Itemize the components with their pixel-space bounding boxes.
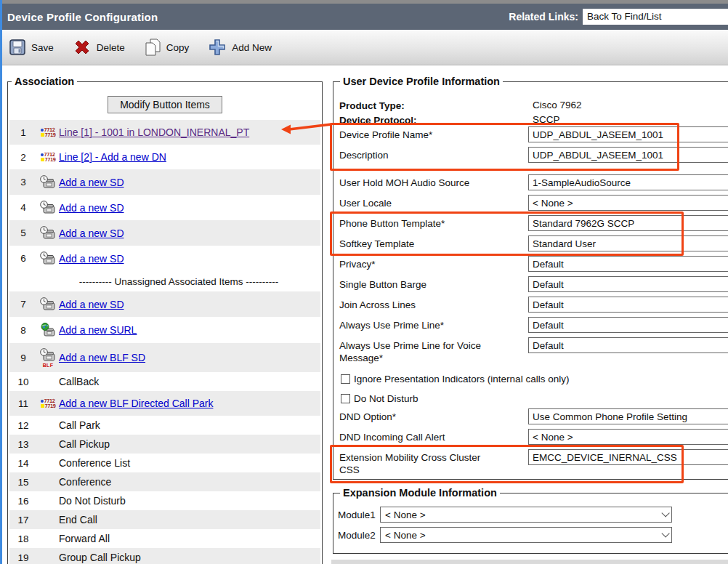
- profile-field-row: Product Type: Cisco 7962 Cisco 7962: [338, 97, 728, 112]
- add-new-label: Add New: [232, 42, 272, 53]
- field-label: Description: [339, 150, 389, 161]
- expansion-module-legend: Expansion Module Information: [340, 487, 500, 499]
- delete-icon: [73, 38, 92, 57]
- module-label: Module2: [338, 530, 380, 541]
- association-item[interactable]: Line [1] - 1001 in LONDON_INERNAL_PT: [59, 126, 249, 138]
- field-input[interactable]: EMCC_DEVICE_INERNAL_CSS: [528, 449, 728, 465]
- speed-dial-icon: [40, 201, 56, 215]
- association-item[interactable]: Line [2] - Add a new DN: [59, 151, 166, 163]
- association-row: 13 7712 7719: [9, 435, 320, 454]
- association-row: 16 7712 7719: [9, 491, 320, 510]
- profile-field-row: DND Option* Use Common Phone Profile Set…: [338, 408, 728, 429]
- row-number: 5: [9, 220, 37, 246]
- speed-dial-icon: [40, 348, 56, 363]
- association-item: Call Pickup: [59, 438, 110, 450]
- speed-dial-icon: [40, 297, 56, 312]
- association-item: CallBack: [59, 376, 99, 387]
- expansion-module-panel: Expansion Module Information Module1 < N…: [333, 487, 728, 554]
- module-select[interactable]: < None >: [380, 507, 672, 523]
- row-number: 8: [9, 317, 37, 343]
- profile-field-row: Phone Button Template* Standard 7962G SC…: [338, 215, 728, 235]
- profile-field-row: Extension Mobility Cross Cluster CSS EMC…: [338, 449, 728, 481]
- user-device-profile-panel: User Device Profile Information Product …: [333, 76, 728, 480]
- field-input[interactable]: Default: [528, 276, 728, 292]
- row-number: 1: [9, 120, 37, 145]
- profile-field-row: Ignore Presentation Indicators (internal…: [338, 369, 728, 389]
- module-value: < None >: [385, 530, 661, 541]
- speed-dial-icon: [40, 226, 56, 241]
- save-button[interactable]: Save: [9, 39, 54, 56]
- association-row: 4 7712 7719: [9, 195, 320, 220]
- module-row: Module2 < None >: [338, 525, 728, 545]
- field-input[interactable]: Use Common Phone Profile Setting: [528, 408, 728, 424]
- row-number: 10: [9, 372, 37, 391]
- field-label: Join Across Lines: [339, 299, 416, 310]
- association-row: 10 7712 7719: [9, 372, 320, 391]
- surl-icon: [40, 323, 56, 337]
- profile-fields: Product Type: Cisco 7962 Cisco 7962 Devi…: [338, 97, 728, 481]
- association-row: 5 7712 7719: [9, 220, 320, 246]
- association-item[interactable]: Add a new SD: [59, 253, 124, 265]
- module-label: Module1: [338, 509, 380, 520]
- field-input[interactable]: Default: [528, 297, 728, 313]
- checkbox[interactable]: [341, 394, 350, 403]
- association-rows: 1 7712 7719: [9, 120, 320, 564]
- module-select[interactable]: < None >: [380, 527, 672, 543]
- field-input[interactable]: Default: [528, 256, 728, 272]
- field-input[interactable]: < None >: [528, 429, 728, 445]
- association-item[interactable]: Add a new SD: [59, 299, 124, 310]
- association-row: 15 7712 7719: [9, 472, 320, 491]
- related-links: Related Links: Back To Find/List: [509, 9, 728, 25]
- module-value: < None >: [385, 509, 661, 520]
- modify-button-items-button[interactable]: Modify Button Items: [108, 96, 222, 113]
- association-item[interactable]: Add a new BLF Directed Call Park: [59, 398, 213, 409]
- checkbox[interactable]: [341, 374, 350, 384]
- field-label: Do Not Disturb: [354, 393, 418, 404]
- field-label: Privacy*: [339, 259, 376, 270]
- field-input[interactable]: Standard 7962G SCCP: [528, 215, 728, 231]
- association-item[interactable]: ---------- Unassigned Associated Items -…: [79, 276, 279, 287]
- field-input[interactable]: UDP_ABDUL_JASEEM_1001: [528, 147, 728, 163]
- association-item[interactable]: Add a new SURL: [59, 324, 137, 336]
- field-input[interactable]: < None >: [528, 195, 728, 211]
- association-item: Forward All: [59, 533, 110, 544]
- association-row: 7 7712 7719: [9, 291, 320, 317]
- user-device-profile-legend: User Device Profile Information: [340, 76, 503, 87]
- field-label: Device Profile Name*: [339, 129, 432, 140]
- page-title: Device Profile Configuration: [7, 11, 158, 23]
- related-links-label: Related Links:: [509, 11, 578, 23]
- delete-button[interactable]: Delete: [73, 38, 125, 57]
- association-item: Group Call Pickup: [59, 552, 141, 563]
- related-links-select[interactable]: Back To Find/List: [583, 9, 728, 25]
- association-row: 18 7712 7719: [9, 529, 320, 548]
- row-number: 15: [9, 472, 37, 491]
- profile-field-row: DND Incoming Call Alert < None > < None …: [338, 429, 728, 449]
- related-links-value: Back To Find/List: [587, 11, 662, 22]
- line-icon: 7712 7719: [41, 399, 56, 408]
- row-number: 4: [9, 195, 37, 220]
- copy-button[interactable]: Copy: [144, 38, 190, 57]
- row-number: 2: [9, 145, 37, 169]
- profile-field-row: Privacy* Default Default: [338, 256, 728, 276]
- field-input[interactable]: Default: [528, 337, 728, 353]
- field-value: SCCP: [528, 112, 728, 125]
- row-number: 19: [9, 548, 37, 564]
- add-new-button[interactable]: Add New: [208, 38, 272, 57]
- association-item[interactable]: Add a new SD: [59, 202, 124, 214]
- field-input[interactable]: UDP_ABDUL_JASEEM_1001: [528, 126, 728, 142]
- association-item[interactable]: Add a new BLF SD: [59, 352, 145, 363]
- line-icon: 7712 7719: [41, 128, 56, 137]
- association-item[interactable]: Add a new SD: [59, 227, 124, 239]
- row-number: 13: [9, 435, 37, 454]
- field-label: Device Protocol:: [339, 115, 417, 126]
- page-header: Device Profile Configuration Related Lin…: [0, 4, 728, 30]
- field-input[interactable]: Default: [528, 317, 728, 333]
- association-row: 6 7712 7719: [9, 246, 320, 271]
- field-label: Product Type:: [339, 100, 405, 111]
- association-row: 8 7712 7719: [9, 317, 320, 343]
- delete-label: Delete: [97, 42, 125, 53]
- field-input[interactable]: Standard User: [528, 235, 728, 251]
- device-profile-configuration-window: Device Profile Configuration Related Lin…: [0, 0, 728, 564]
- field-input[interactable]: 1-SampleAudioSource: [528, 174, 728, 190]
- association-item[interactable]: Add a new SD: [59, 177, 124, 188]
